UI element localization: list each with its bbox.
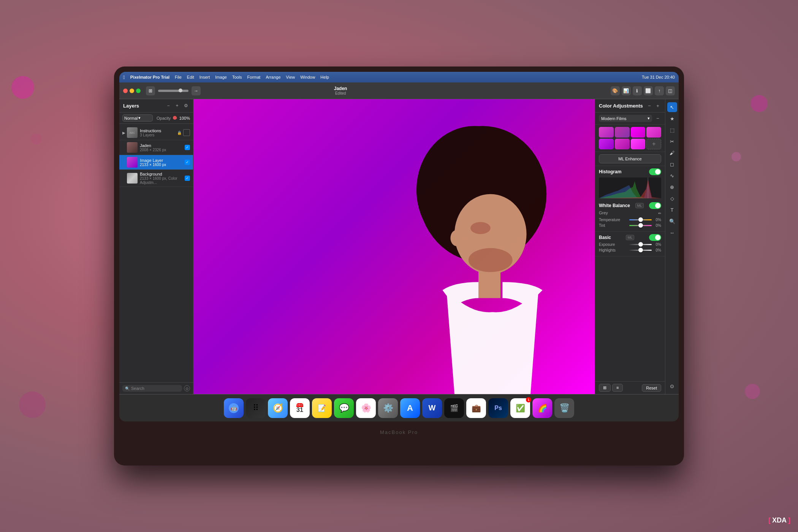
opacity-slider[interactable]	[173, 117, 177, 119]
layer-item-jaden[interactable]: Jaden 2008 × 2326 px ✓	[119, 140, 193, 155]
close-button[interactable]	[123, 89, 128, 93]
menu-arrange[interactable]: Arrange	[266, 75, 280, 79]
histogram-button[interactable]: 📊	[622, 86, 631, 95]
layer-info-bg: Background 2133 × 1600 px, Color Adjustm…	[140, 172, 185, 185]
rp-add-icon[interactable]: +	[654, 102, 661, 109]
rp-grid-btn[interactable]: ⊞	[599, 384, 611, 392]
dock-system-prefs[interactable]: ⚙️	[378, 398, 398, 418]
swatch-7[interactable]	[631, 139, 646, 149]
tint-label: Tint	[599, 223, 627, 228]
dock-app-store[interactable]: A	[400, 398, 420, 418]
highlights-label: Highlights	[599, 248, 627, 252]
dock-messages[interactable]: 💬	[334, 398, 354, 418]
dock: 🤖 ⠿ 🧭 DEC 31 📝 💬	[119, 394, 679, 421]
dock-slack[interactable]: 💼	[466, 398, 486, 418]
dock-safari[interactable]: 🧭	[268, 398, 288, 418]
menu-file[interactable]: File	[175, 75, 182, 79]
tool-lasso[interactable]: ✂	[667, 136, 677, 146]
menu-window[interactable]: Window	[300, 75, 315, 79]
menu-image[interactable]: Image	[215, 75, 227, 79]
dock-photoshop[interactable]: Ps	[488, 398, 508, 418]
menu-insert[interactable]: Insert	[200, 75, 210, 79]
basic-toggle[interactable]	[649, 234, 661, 241]
ml-enhance-button[interactable]: ML Enhance	[599, 154, 661, 163]
color-picker-button[interactable]: 🎨	[611, 86, 620, 95]
svg-text:🤖: 🤖	[231, 405, 238, 412]
share-button[interactable]: ↑	[655, 86, 664, 95]
exposure-slider[interactable]	[629, 244, 652, 245]
reset-button[interactable]: Reset	[642, 384, 661, 392]
rp-list-btn[interactable]: ≡	[612, 384, 623, 392]
temperature-slider[interactable]	[629, 219, 652, 220]
minimize-button[interactable]	[130, 89, 134, 93]
tool-brush[interactable]: ∿	[667, 171, 677, 180]
swatch-3[interactable]	[631, 127, 646, 138]
fullscreen-button[interactable]	[136, 89, 141, 93]
dock-word[interactable]: W	[422, 398, 442, 418]
blend-mode-select[interactable]: Normal ▾	[122, 114, 153, 122]
reminders-badge: 1	[526, 397, 531, 402]
preset-remove-icon[interactable]: −	[654, 115, 661, 122]
copy-button[interactable]: ⬜	[644, 86, 653, 95]
swatch-add[interactable]: +	[646, 139, 661, 149]
layers-options-icon[interactable]: ⚙	[182, 102, 189, 109]
tool-star[interactable]: ★	[667, 114, 677, 124]
layer-item-background[interactable]: Background 2133 × 1600 px, Color Adjustm…	[119, 170, 193, 187]
menu-tools[interactable]: Tools	[232, 75, 242, 79]
swatch-6[interactable]	[615, 139, 630, 149]
swatch-5[interactable]	[599, 139, 614, 149]
panel-toggle-button[interactable]: ◫	[666, 86, 675, 95]
dock-reminders[interactable]: ✅ 1	[510, 398, 530, 418]
layer-thumb-jaden	[127, 142, 138, 153]
layer-item-image[interactable]: Image Layer 2133 × 1600 px ✓	[119, 155, 193, 170]
layers-panel: Layers − + ⚙ Normal ▾ Opacity 100%	[119, 99, 193, 394]
tool-paint[interactable]: 🖌	[667, 148, 677, 158]
grey-edit-icon[interactable]: ✏	[658, 211, 661, 215]
preset-select[interactable]: Modern Films ▾	[599, 115, 652, 122]
view-toggle-button[interactable]: ⊞	[146, 86, 155, 95]
tool-transform[interactable]: ↔	[667, 228, 677, 238]
swatch-1[interactable]	[599, 127, 614, 138]
document-title-group: Jaden Edited	[334, 86, 347, 95]
tool-shape[interactable]: ◇	[667, 193, 677, 203]
tool-text[interactable]: T	[667, 205, 677, 215]
tool-selection[interactable]: ⬚	[667, 125, 677, 135]
dock-photos[interactable]: 🌸	[356, 398, 376, 418]
tool-cursor[interactable]: ↖	[667, 102, 677, 112]
arrow-button[interactable]: →	[192, 86, 201, 95]
layer-info-jaden: Jaden 2008 × 2326 px	[140, 143, 185, 152]
layers-add-icon[interactable]: +	[174, 102, 180, 109]
menu-view[interactable]: View	[286, 75, 295, 79]
app-name-menu[interactable]: Pixelmator Pro Trial	[130, 75, 169, 79]
dock-finder[interactable]: 🤖	[224, 398, 244, 418]
swatch-2[interactable]	[615, 127, 630, 138]
temperature-value: 0%	[654, 218, 661, 222]
dock-launchpad[interactable]: ⠿	[246, 398, 266, 418]
dock-davinci[interactable]: 🎬	[444, 398, 464, 418]
layers-panel-title: Layers	[123, 103, 139, 109]
search-input-wrap[interactable]: 🔍 Search	[122, 385, 182, 392]
search-options-button[interactable]: ⊙	[184, 385, 190, 391]
menu-help[interactable]: Help	[320, 75, 329, 79]
layer-item-instructions[interactable]: ▶ ABC Instructions 3 Layers 🔒	[119, 125, 193, 140]
layers-minus-icon[interactable]: −	[165, 102, 172, 109]
dock-calendar[interactable]: DEC 31	[290, 398, 310, 418]
histogram-label: Histogram	[599, 169, 621, 174]
dock-notes[interactable]: 📝	[312, 398, 332, 418]
tool-zoom[interactable]: 🔍	[667, 216, 677, 226]
tint-slider[interactable]	[629, 225, 652, 226]
white-balance-section: White Balance ML Grey ✏ Temperature 0%	[595, 200, 665, 232]
info-button[interactable]: ℹ	[633, 86, 642, 95]
tool-clone[interactable]: ⊕	[667, 182, 677, 192]
histogram-toggle[interactable]	[649, 168, 661, 175]
rp-minus-icon[interactable]: −	[646, 102, 653, 109]
swatch-4[interactable]	[646, 127, 661, 138]
tool-eraser[interactable]: ◻	[667, 159, 677, 169]
dock-pixelmator[interactable]: 🌈	[532, 398, 552, 418]
highlights-slider[interactable]	[629, 250, 652, 251]
menu-format[interactable]: Format	[247, 75, 261, 79]
dock-trash[interactable]: 🗑️	[554, 398, 574, 418]
rp-expand-icon[interactable]: ⊙	[667, 381, 677, 391]
menu-edit[interactable]: Edit	[187, 75, 194, 79]
white-balance-toggle[interactable]	[649, 202, 661, 209]
